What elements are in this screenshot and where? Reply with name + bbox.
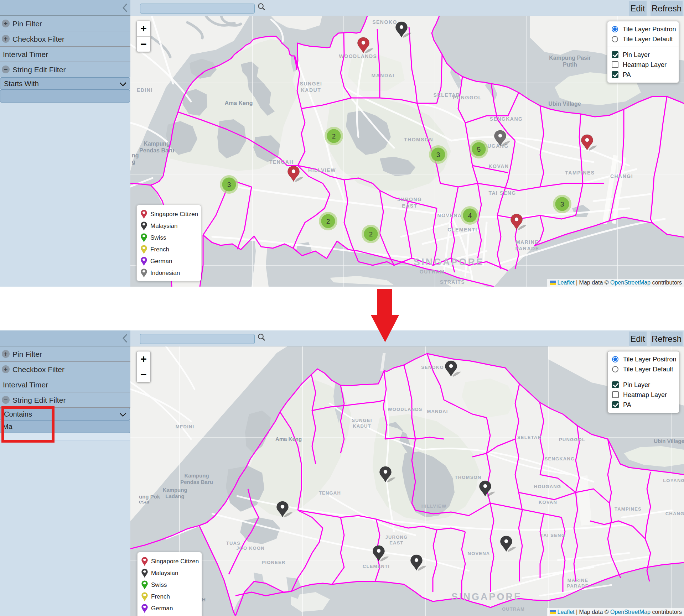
svg-text:2: 2 [326,218,330,225]
svg-text:PIONEER: PIONEER [262,560,286,565]
svg-text:HILLVIEW: HILLVIEW [421,503,447,509]
svg-text:4: 4 [468,212,472,219]
svg-text:SENOKO: SENOKO [421,365,444,370]
svg-text:NOVENA: NOVENA [437,213,462,218]
svg-text:MANDAI: MANDAI [372,73,395,78]
svg-text:Kampung: Kampung [144,141,170,147]
svg-text:PARADE: PARADE [515,246,539,251]
svg-text:KADUT: KADUT [301,87,321,93]
svg-text:Kampung: Kampung [162,487,187,493]
svg-text:SENOKO: SENOKO [372,19,397,25]
svg-text:SUNGEI: SUNGEI [300,81,322,87]
svg-text:Pendas Baru: Pendas Baru [139,147,174,153]
svg-text:THOMSON: THOMSON [404,137,433,142]
svg-text:Putih: Putih [563,62,577,68]
svg-text:CHANGI: CHANGI [610,173,633,179]
svg-text:JURONG: JURONG [385,534,408,540]
svg-text:WOODLANDS: WOODLANDS [339,53,377,59]
svg-text:CLEMENTI: CLEMENTI [447,227,477,233]
svg-text:KADUT: KADUT [353,423,371,429]
svg-text:EAST: EAST [402,203,417,209]
svg-text:2: 2 [332,132,336,140]
svg-text:g: g [132,159,135,165]
svg-text:THOMSON: THOMSON [455,475,482,480]
svg-text:SINGAPORE: SINGAPORE [414,257,484,267]
svg-text:esar: esar [139,498,150,505]
svg-text:Ama Keng: Ama Keng [224,100,253,106]
svg-text:HOUGANG: HOUGANG [534,484,561,489]
svg-text:Kampung: Kampung [184,473,209,479]
svg-text:3: 3 [436,151,440,158]
svg-text:3: 3 [227,181,231,188]
svg-text:Ubin Village: Ubin Village [548,101,581,107]
svg-text:HILLVIEW: HILLVIEW [308,167,336,173]
svg-text:KOVAN: KOVAN [488,163,509,169]
svg-text:PUNGGOL: PUNGGOL [453,95,482,100]
svg-text:SINGAPORE: SINGAPORE [451,591,522,602]
svg-text:MANDAI: MANDAI [427,409,448,414]
svg-text:3: 3 [560,200,564,208]
svg-text:5: 5 [477,146,481,153]
svg-text:JURONG: JURONG [398,197,422,202]
svg-text:Ladang: Ladang [165,493,184,499]
svg-text:CLEMENTI: CLEMENTI [363,564,390,569]
svg-text:ng: ng [132,152,139,158]
svg-text:EAST: EAST [389,540,403,545]
svg-text:EDINI: EDINI [137,87,153,93]
svg-text:WOODLANDS: WOODLANDS [388,407,422,412]
svg-text:TAI SENG: TAI SENG [488,190,516,196]
svg-text:Ubin Village: Ubin Village [654,438,684,444]
svg-text:SELETAR: SELETAR [517,435,542,440]
svg-text:TENGAH: TENGAH [319,490,341,496]
svg-text:JOO KOON: JOO KOON [236,545,265,551]
svg-text:OUTRAM: OUTRAM [420,269,445,275]
svg-text:TENGAH: TENGAH [269,159,294,165]
svg-text:SENGKANG: SENGKANG [545,456,575,461]
svg-text:SUNGEI: SUNGEI [352,418,372,423]
svg-text:MARINE: MARINE [568,578,588,583]
svg-text:TAMPINES: TAMPINES [565,170,595,176]
svg-text:SENGKANG: SENGKANG [490,116,523,122]
svg-text:NOVENA: NOVENA [468,551,490,556]
svg-text:CHANGI: CHANGI [665,511,684,516]
svg-text:TAMPINES: TAMPINES [615,506,642,512]
svg-text:MARINE: MARINE [516,239,539,245]
svg-text:Ama Keng: Ama Keng [275,436,302,442]
svg-text:LOYANG: LOYANG [663,478,684,483]
svg-text:TUAS: TUAS [226,541,240,546]
svg-text:PARADE: PARADE [567,583,589,589]
svg-text:OUTRAM: OUTRAM [502,606,525,612]
svg-text:PUNGGOL: PUNGGOL [559,437,585,442]
svg-text:Pendas Baru: Pendas Baru [180,479,213,485]
svg-text:2: 2 [369,230,373,238]
svg-text:KOVAN: KOVAN [539,500,557,505]
svg-text:TAI SENG: TAI SENG [540,533,565,538]
svg-text:STRAITS: STRAITS [440,279,465,285]
svg-text:Kampung Pasir: Kampung Pasir [549,55,591,61]
svg-text:MEDINI: MEDINI [176,424,195,429]
